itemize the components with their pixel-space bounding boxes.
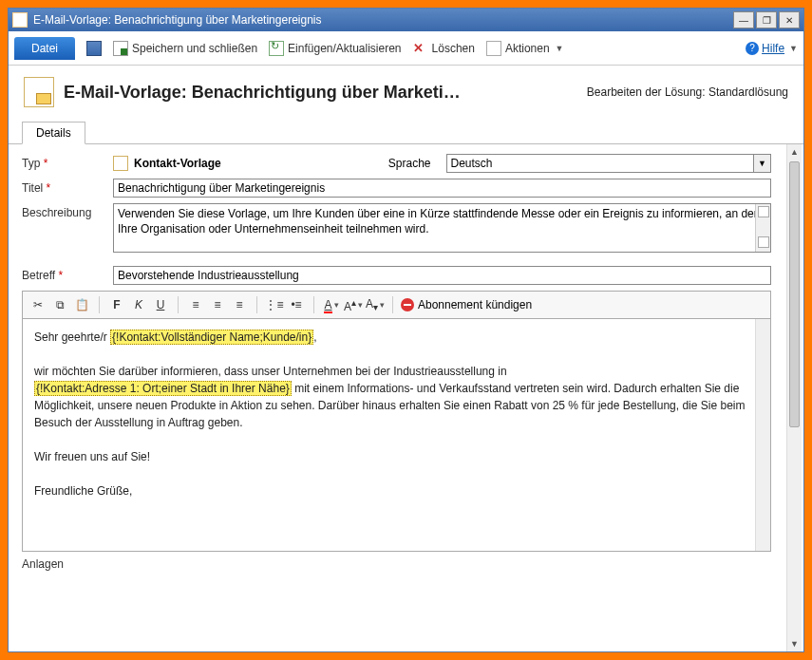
chevron-down-icon: ▼ (753, 155, 770, 172)
help-label: Hilfe (762, 42, 784, 55)
scroll-thumb[interactable] (789, 161, 800, 427)
paste-icon: 📋 (75, 298, 89, 311)
body-greeting: Sehr geehrte/r (34, 330, 110, 344)
attachments-label: Anlagen (22, 557, 771, 571)
align-center-icon: ≡ (214, 298, 220, 311)
bold-icon: F (113, 298, 120, 311)
page-header: E-Mail-Vorlage: Benachrichtigung über Ma… (9, 66, 803, 115)
cut-button[interactable]: ✂ (28, 295, 47, 314)
scroll-down-button[interactable]: ▼ (787, 636, 802, 651)
page-title: E-Mail-Vorlage: Benachrichtigung über Ma… (64, 83, 587, 103)
slug-contact-name[interactable]: {!Kontakt:Vollständiger Name;Kunde/in} (110, 330, 313, 345)
required-marker: * (58, 269, 63, 282)
copy-icon: ⧉ (56, 298, 65, 311)
language-value: Deutsch (451, 157, 493, 170)
subject-input[interactable] (113, 266, 771, 285)
maximize-button[interactable]: ❐ (756, 11, 777, 28)
title-input[interactable] (113, 179, 771, 198)
unsubscribe-icon (401, 298, 414, 311)
save-close-label: Speichern und schließen (132, 42, 257, 55)
delete-icon (413, 41, 428, 56)
bold-button[interactable]: F (107, 295, 126, 314)
description-value: Verwenden Sie diese Vorlage, um Ihre Kun… (118, 207, 764, 236)
save-button[interactable] (86, 41, 102, 56)
save-close-icon (113, 41, 128, 56)
insert-update-button[interactable]: Einfügen/Aktualisieren (269, 41, 401, 56)
contact-template-icon (113, 156, 128, 171)
font-increase-icon: A▴ (344, 297, 356, 313)
help-button[interactable]: ?Hilfe▼ (746, 42, 798, 55)
window-icon (12, 12, 28, 28)
align-right-button[interactable]: ≡ (230, 295, 249, 314)
numbered-list-button[interactable]: ⋮≡ (265, 295, 284, 314)
save-icon (86, 41, 102, 56)
tab-details[interactable]: Details (22, 122, 85, 144)
bullet-list-button[interactable]: •≡ (287, 295, 306, 314)
underline-button[interactable]: U (151, 295, 170, 314)
unsubscribe-button[interactable]: Abonnement kündigen (401, 298, 532, 311)
paste-button[interactable]: 📋 (72, 295, 91, 314)
slug-contact-city[interactable]: {!Kontakt:Adresse 1: Ort;einer Stadt in … (34, 381, 292, 396)
chevron-down-icon: ▼ (789, 44, 798, 53)
editor-toolbar: ✂ ⧉ 📋 F K U ≡ ≡ ≡ (22, 291, 771, 318)
actions-label: Aktionen (505, 42, 550, 55)
file-tab[interactable]: Datei (14, 37, 75, 60)
save-and-close-button[interactable]: Speichern und schließen (113, 41, 257, 56)
solution-label: Bearbeiten der Lösung: Standardlösung (587, 85, 788, 99)
font-size-up-button[interactable]: A▴▾ (344, 295, 363, 314)
textarea-scrollbar[interactable] (755, 204, 770, 252)
align-left-icon: ≡ (192, 298, 198, 311)
help-icon: ? (746, 42, 759, 55)
ordered-list-icon: ⋮≡ (265, 298, 283, 311)
type-value: Kontakt-Vorlage (134, 157, 221, 170)
content-area: Typ * Kontakt-Vorlage Sprache Deutsch ▼ … (9, 144, 803, 651)
editor-scrollbar[interactable] (755, 319, 770, 551)
language-select[interactable]: Deutsch ▼ (446, 154, 772, 173)
delete-label: Löschen (432, 42, 475, 55)
actions-button[interactable]: Aktionen▼ (486, 41, 564, 56)
scroll-up-button[interactable]: ▲ (787, 144, 802, 160)
language-label: Sprache (388, 157, 431, 170)
delete-button[interactable]: Löschen (413, 41, 475, 56)
template-icon (24, 77, 54, 107)
scissors-icon: ✂ (33, 298, 43, 311)
unordered-list-icon: •≡ (291, 298, 301, 311)
unsubscribe-label: Abonnement kündigen (418, 298, 532, 311)
font-decrease-icon: A▾ (366, 297, 378, 312)
required-marker: * (47, 181, 51, 195)
font-color-button[interactable]: A▾ (322, 295, 341, 314)
window-title: E-Mail-Vorlage: Benachrichtigung über Ma… (33, 13, 322, 27)
app-window: E-Mail-Vorlage: Benachrichtigung über Ma… (8, 8, 804, 652)
font-color-icon: A (324, 298, 331, 311)
body-p1a: wir möchten Sie darüber informieren, das… (34, 365, 507, 378)
body-editor[interactable]: Sehr geehrte/r {!Kontakt:Vollständiger N… (22, 318, 771, 552)
type-label: Typ (22, 157, 40, 170)
align-center-button[interactable]: ≡ (208, 295, 227, 314)
close-button[interactable]: ✕ (779, 11, 800, 28)
title-bar: E-Mail-Vorlage: Benachrichtigung über Ma… (9, 9, 803, 31)
italic-button[interactable]: K (129, 295, 148, 314)
chevron-down-icon: ▼ (556, 44, 564, 53)
required-marker: * (44, 157, 48, 170)
title-label: Titel (22, 181, 43, 195)
actions-icon (486, 41, 501, 56)
subject-label: Betreff (22, 269, 55, 282)
align-left-button[interactable]: ≡ (186, 295, 205, 314)
italic-icon: K (135, 298, 142, 311)
content-scrollbar[interactable]: ▲ ▼ (786, 144, 802, 651)
refresh-icon (269, 41, 284, 56)
font-size-down-button[interactable]: A▾▾ (366, 295, 385, 314)
body-p2: Wir freuen uns auf Sie! (34, 448, 759, 465)
minimize-button[interactable]: — (733, 11, 754, 28)
body-p3: Freundliche Grüße, (34, 482, 759, 500)
description-label: Beschreibung (22, 203, 113, 219)
tab-strip: Details (9, 121, 803, 144)
underline-icon: U (157, 298, 165, 311)
ribbon-toolbar: Datei Speichern und schließen Einfügen/A… (9, 31, 803, 66)
align-right-icon: ≡ (236, 298, 242, 311)
copy-button[interactable]: ⧉ (50, 295, 69, 314)
description-textarea[interactable]: Verwenden Sie diese Vorlage, um Ihre Kun… (113, 203, 771, 253)
insert-update-label: Einfügen/Aktualisieren (288, 42, 401, 55)
